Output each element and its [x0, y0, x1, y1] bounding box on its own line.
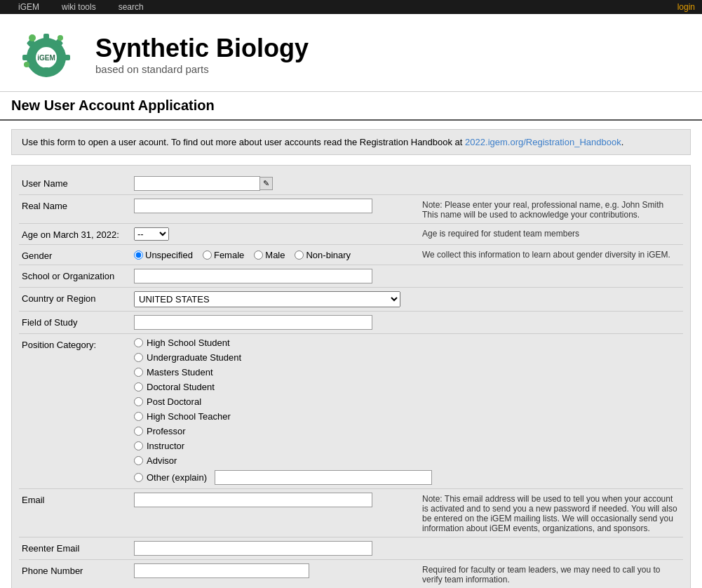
- gender-nonbinary-radio[interactable]: [295, 250, 304, 260]
- gender-radio-group: Unspecified Female Male Non-binary: [134, 248, 351, 260]
- nav-igem[interactable]: iGEM: [7, 2, 50, 12]
- position-instructor[interactable]: Instructor: [134, 441, 432, 451]
- site-title: Synthetic Biology: [95, 34, 309, 63]
- info-text-before: Use this form to open a user acount. To …: [22, 137, 462, 147]
- position-instructor-radio[interactable]: [134, 441, 143, 450]
- nav-search[interactable]: search: [107, 2, 155, 12]
- position-list: High School Student Undergraduate Studen…: [134, 338, 432, 485]
- phone-row: Phone Number Required for faculty or tea…: [19, 560, 683, 588]
- info-box: Use this form to open a user acount. To …: [11, 129, 691, 155]
- position-other-radio[interactable]: [134, 473, 143, 482]
- email-label: Email: [22, 493, 134, 505]
- reenter-email-row: Reenter Email: [19, 537, 683, 560]
- position-postdoc-radio[interactable]: [134, 397, 143, 406]
- registration-handbook-link[interactable]: 2022.igem.org/Registration_Handbook: [465, 137, 621, 147]
- position-masters-radio[interactable]: [134, 368, 143, 377]
- gender-nonbinary-label: Non-binary: [306, 250, 351, 260]
- position-teacher-radio[interactable]: [134, 412, 143, 421]
- school-row: School or Organization: [19, 265, 683, 288]
- login-link[interactable]: login: [677, 2, 695, 12]
- main-content: Use this form to open a user acount. To …: [0, 121, 702, 588]
- gender-male-radio[interactable]: [254, 250, 263, 260]
- age-label: Age on March 31, 2022:: [22, 227, 134, 240]
- username-suffix-icon[interactable]: ✎: [259, 177, 273, 190]
- site-header: iGEM Synthetic Biology based on standard…: [0, 14, 702, 92]
- gender-unspecified-option[interactable]: Unspecified: [134, 250, 193, 260]
- position-undergrad-radio[interactable]: [134, 353, 143, 362]
- field-row: Field of Study: [19, 312, 683, 334]
- position-masters-student[interactable]: Masters Student: [134, 367, 432, 377]
- username-input[interactable]: [134, 176, 260, 191]
- other-explain-input[interactable]: [215, 470, 432, 485]
- school-field: [134, 269, 680, 283]
- gender-field: Unspecified Female Male Non-binary: [134, 248, 414, 260]
- country-row: Country or Region UNITED STATES CANADA U…: [19, 288, 683, 312]
- gender-female-option[interactable]: Female: [203, 250, 244, 260]
- school-label: School or Organization: [22, 269, 134, 281]
- gender-note: We collect this information to learn abo…: [414, 248, 680, 260]
- field-input[interactable]: [134, 315, 372, 330]
- reenter-email-field: [134, 541, 680, 556]
- form-container: User Name ✎ Real Name Note: Please enter…: [11, 165, 691, 588]
- position-highschool-radio[interactable]: [134, 338, 143, 347]
- gender-male-label: Male: [265, 250, 285, 260]
- reenter-email-input[interactable]: [134, 541, 372, 556]
- country-field: UNITED STATES CANADA UNITED KINGDOM AUST…: [134, 291, 680, 307]
- gender-label: Gender: [22, 248, 134, 261]
- position-advisor-radio[interactable]: [134, 456, 143, 465]
- gender-unspecified-radio[interactable]: [134, 250, 143, 260]
- realname-row: Real Name Note: Please enter your real, …: [19, 195, 683, 224]
- position-masters-label: Masters Student: [147, 367, 213, 377]
- realname-input[interactable]: [134, 199, 372, 213]
- position-postdoc-label: Post Doctoral: [147, 396, 201, 407]
- email-input[interactable]: [134, 493, 372, 507]
- gender-male-option[interactable]: Male: [254, 250, 285, 260]
- field-field: [134, 315, 680, 330]
- school-input[interactable]: [134, 269, 372, 283]
- position-doctoral-student[interactable]: Doctoral Student: [134, 382, 432, 392]
- svg-rect-5: [63, 55, 70, 60]
- position-doctoral-label: Doctoral Student: [147, 382, 215, 392]
- position-professor-radio[interactable]: [134, 427, 143, 436]
- position-professor-label: Professor: [147, 426, 186, 436]
- realname-note: Note: Please enter your real, profession…: [414, 199, 680, 220]
- realname-field: [134, 199, 414, 213]
- phone-input[interactable]: [134, 563, 309, 578]
- position-undergrad-student[interactable]: Undergraduate Student: [134, 352, 432, 363]
- email-note: Note: This email address will be used to…: [414, 493, 680, 533]
- position-highschool-student[interactable]: High School Student: [134, 338, 432, 348]
- info-text-after: .: [621, 137, 624, 147]
- svg-rect-4: [22, 55, 29, 60]
- igem-logo: iGEM: [11, 22, 81, 86]
- age-note: Age is required for student team members: [414, 227, 680, 239]
- age-row: Age on March 31, 2022: -- 1819202122 232…: [19, 224, 683, 245]
- country-select[interactable]: UNITED STATES CANADA UNITED KINGDOM AUST…: [134, 291, 400, 307]
- age-select[interactable]: -- 1819202122 2324253035: [134, 227, 169, 241]
- phone-field: [134, 563, 414, 578]
- header-text: Synthetic Biology based on standard part…: [95, 34, 309, 75]
- position-post-doctoral[interactable]: Post Doctoral: [134, 396, 432, 407]
- position-row: Position Category: High School Student U…: [19, 334, 683, 489]
- position-highschool-teacher[interactable]: High School Teacher: [134, 411, 432, 422]
- position-other[interactable]: Other (explain): [134, 470, 432, 485]
- position-instructor-label: Instructor: [147, 441, 184, 451]
- page-title-bar: New User Account Application: [0, 92, 702, 121]
- gender-female-label: Female: [214, 250, 244, 260]
- gender-nonbinary-option[interactable]: Non-binary: [295, 250, 351, 260]
- position-field: High School Student Undergraduate Studen…: [134, 338, 680, 485]
- position-highschool-label: High School Student: [147, 338, 230, 348]
- top-nav-bar: iGEM wiki tools search login: [0, 0, 702, 14]
- svg-text:iGEM: iGEM: [37, 54, 55, 62]
- phone-note: Required for faculty or team leaders, we…: [414, 563, 680, 584]
- nav-wiki-tools[interactable]: wiki tools: [50, 2, 107, 12]
- position-professor[interactable]: Professor: [134, 426, 432, 436]
- svg-rect-3: [43, 67, 49, 74]
- gender-row: Gender Unspecified Female Male: [19, 245, 683, 265]
- field-label: Field of Study: [22, 315, 134, 328]
- position-undergrad-label: Undergraduate Student: [147, 352, 241, 363]
- email-row: Email Note: This email address will be u…: [19, 489, 683, 537]
- position-advisor[interactable]: Advisor: [134, 455, 432, 466]
- position-other-label: Other (explain): [147, 472, 207, 483]
- position-doctoral-radio[interactable]: [134, 382, 143, 392]
- gender-female-radio[interactable]: [203, 250, 212, 260]
